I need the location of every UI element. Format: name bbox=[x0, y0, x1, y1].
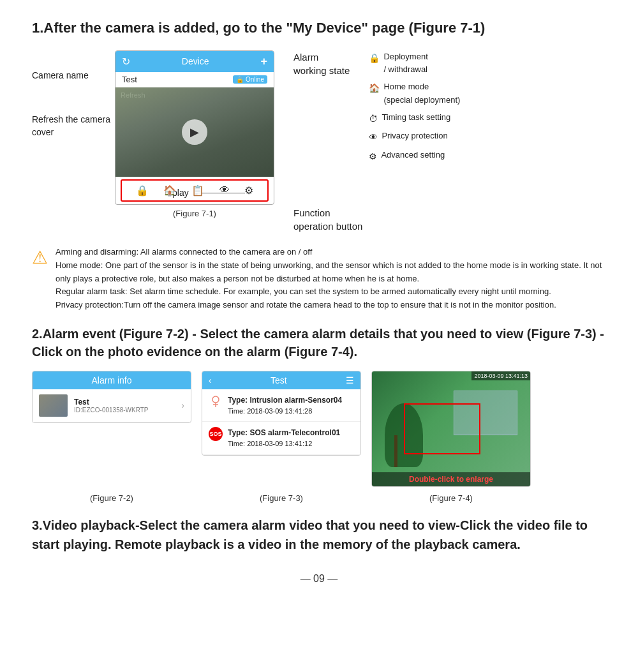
privacy-icon: 👁 bbox=[369, 130, 378, 144]
warning-icon: ⚠ bbox=[32, 247, 48, 312]
warning-box: ⚠ Arming and disarming: All alarms conne… bbox=[32, 246, 606, 312]
fig73-title: Test bbox=[271, 375, 287, 385]
advanced-row: ⚙ Advanced setting bbox=[369, 149, 460, 163]
warning-line1: Arming and disarming: All alarms connect… bbox=[56, 246, 606, 259]
toolbar-privacy-icon[interactable]: 👁 bbox=[219, 184, 230, 196]
fig72-info: Test ID:EZCO-001358-WKRTP bbox=[74, 398, 175, 414]
figure74: 2018-03-09 13:41:13 Double-click to enla… bbox=[371, 371, 531, 487]
fig74-overlay: Double-click to enlarge bbox=[372, 472, 530, 486]
warning-line3: Regular alarm task: Set alarm time sched… bbox=[56, 285, 606, 299]
page-number: — 09 — bbox=[32, 573, 606, 585]
device-row: Test 🔒 Online bbox=[115, 72, 274, 87]
fig74-image: 2018-03-09 13:41:13 Double-click to enla… bbox=[372, 371, 530, 486]
play-button[interactable]: ▶ bbox=[182, 119, 207, 145]
refresh-label: Refresh the camera cover bbox=[32, 114, 115, 138]
homemode-label: Home mode(special deployment) bbox=[383, 80, 460, 107]
phone-mock: ↻ Device + Test 🔒 Online Refresh ▶ 🔒 🏠 📋 bbox=[115, 50, 274, 205]
figure71-caption: (Figure 7-1) bbox=[173, 205, 216, 222]
alarm1-time: Time: 2018-03-09 13:41:28 bbox=[228, 406, 342, 417]
fig72-id: ID:EZCO-001358-WKRTP bbox=[74, 407, 175, 414]
fig72-caption: (Figure 7-2) bbox=[32, 493, 191, 503]
fig73-alarm2-detail: Type: SOS alarm-Telecontrol01 Time: 2018… bbox=[228, 427, 340, 449]
alarm-state-label: Alarm working state bbox=[293, 50, 350, 77]
function-btn-label: Function operation button bbox=[293, 206, 606, 233]
right-labels-area: Alarm working state 🔒 Deployment/ withdr… bbox=[287, 50, 606, 233]
camera-name-label: Camera name bbox=[32, 70, 115, 82]
figure73: ‹ Test ☰ Type: Intrusion alarm-Sensor04 … bbox=[202, 371, 361, 456]
deploy-label: Deployment/ withdrawal bbox=[383, 50, 427, 77]
plus-icon[interactable]: + bbox=[260, 55, 267, 68]
toolbar-deploy-icon[interactable]: 🔒 bbox=[136, 184, 149, 197]
fig73-caption: (Figure 7-3) bbox=[202, 493, 361, 503]
privacy-label: Privacy protection bbox=[382, 130, 447, 143]
fig74-caption: (Figure 7-4) bbox=[371, 493, 531, 503]
section3-heading: 3.Video playback-Select the camera alarm… bbox=[32, 516, 606, 554]
intrusion-icon bbox=[209, 394, 223, 408]
alarm2-time: Time: 2018-03-09 13:41:12 bbox=[228, 438, 340, 449]
fig73-back-icon[interactable]: ‹ bbox=[209, 375, 212, 385]
fig72-name: Test bbox=[74, 398, 175, 407]
fig73-alarm2-row: SOS Type: SOS alarm-Telecontrol01 Time: … bbox=[202, 422, 360, 455]
section2-heading: 2.Alarm event (Figure 7-2) - Select the … bbox=[32, 325, 606, 361]
alarm2-type: Type: SOS alarm-Telecontrol01 bbox=[228, 427, 340, 438]
figure71-area: Camera name Refresh the camera cover ↻ D… bbox=[32, 50, 606, 233]
timing-icon: ⏱ bbox=[369, 112, 378, 126]
fig73-menu-icon[interactable]: ☰ bbox=[346, 375, 354, 385]
deploy-row: 🔒 Deployment/ withdrawal bbox=[369, 50, 460, 77]
fig72-thumb bbox=[39, 394, 68, 417]
homemode-icon: 🏠 bbox=[369, 81, 380, 95]
homemode-row: 🏠 Home mode(special deployment) bbox=[369, 80, 460, 107]
fig72-chevron[interactable]: › bbox=[181, 400, 184, 410]
fig73-header: ‹ Test ☰ bbox=[202, 371, 360, 389]
alarm1-type: Type: Intrusion alarm-Sensor04 bbox=[228, 394, 342, 406]
timing-row: ⏱ Timing task setting bbox=[369, 111, 460, 126]
figures-row: Alarm info Test ID:EZCO-001358-WKRTP › ‹… bbox=[32, 371, 606, 487]
left-labels: Camera name Refresh the camera cover bbox=[32, 50, 115, 157]
advanced-icon: ⚙ bbox=[369, 149, 377, 163]
warning-line2: Home mode: One part of the sensor is in … bbox=[56, 259, 606, 286]
fig72-header: Alarm info bbox=[33, 371, 191, 389]
figure72: Alarm info Test ID:EZCO-001358-WKRTP › bbox=[32, 371, 191, 423]
toolbar-settings-icon[interactable]: ⚙ bbox=[244, 184, 253, 197]
fig74-topbar: 2018-03-09 13:41:13 bbox=[471, 371, 530, 380]
privacy-row: 👁 Privacy protection bbox=[369, 130, 460, 144]
toolbar-home-icon[interactable]: 🏠 bbox=[163, 184, 176, 197]
deploy-icon: 🔒 bbox=[369, 51, 380, 65]
online-badge: 🔒 Online bbox=[233, 75, 267, 84]
fig72-row[interactable]: Test ID:EZCO-001358-WKRTP › bbox=[33, 389, 191, 422]
advanced-label: Advanced setting bbox=[381, 149, 445, 162]
fig74-detection-rect bbox=[404, 403, 480, 454]
fig73-alarm1-row: Type: Intrusion alarm-Sensor04 Time: 201… bbox=[202, 389, 360, 422]
phone-header: ↻ Device + bbox=[115, 51, 274, 72]
toolbar-task-icon[interactable]: 📋 bbox=[191, 184, 204, 197]
device-name: Test bbox=[122, 75, 137, 84]
device-title: Device bbox=[182, 56, 209, 66]
refresh-icon[interactable]: ↻ bbox=[122, 56, 130, 68]
svg-point-0 bbox=[212, 396, 219, 403]
fig73-alarm1-detail: Type: Intrusion alarm-Sensor04 Time: 201… bbox=[228, 394, 342, 417]
warning-text: Arming and disarming: All alarms connect… bbox=[56, 246, 606, 312]
phone-toolbar: 🔒 🏠 📋 👁 ⚙ bbox=[121, 179, 269, 202]
captions-row: (Figure 7-2) (Figure 7-3) (Figure 7-4) bbox=[32, 493, 606, 503]
camera-view: Refresh ▶ bbox=[115, 87, 274, 177]
sos-icon: SOS bbox=[209, 427, 223, 441]
section1-heading: 1.After the camera is added, go to the "… bbox=[32, 19, 606, 38]
warning-line4: Privacy protection:Turn off the camera i… bbox=[56, 299, 606, 312]
far-right-icons: 🔒 Deployment/ withdrawal 🏠 Home mode(spe… bbox=[369, 50, 460, 167]
timing-label: Timing task setting bbox=[382, 111, 450, 124]
